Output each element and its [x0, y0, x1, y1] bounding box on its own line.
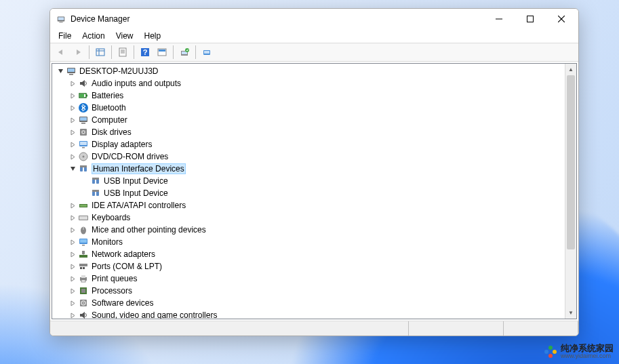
tree-item[interactable]: Computer [52, 114, 565, 126]
titlebar[interactable]: Device Manager [50, 9, 578, 29]
tree-item[interactable]: Software devices [52, 297, 565, 309]
menu-view[interactable]: View [111, 30, 139, 42]
scroll-down-button[interactable]: ▼ [565, 307, 576, 319]
svg-rect-22 [204, 51, 209, 54]
chevron-right-icon[interactable] [67, 78, 78, 89]
svg-text:?: ? [143, 48, 148, 56]
tree-item-label: DESKTOP-M2UUJ3D [79, 66, 158, 76]
svg-rect-69 [81, 289, 85, 293]
chevron-right-icon[interactable] [67, 310, 78, 319]
chevron-right-icon[interactable] [67, 261, 78, 272]
chevron-right-icon[interactable] [67, 249, 78, 260]
svg-rect-66 [81, 275, 85, 278]
chevron-right-icon[interactable] [67, 298, 78, 308]
svg-rect-4 [527, 16, 534, 22]
chevron-down-icon[interactable] [55, 66, 66, 77]
show-hidden-button[interactable] [92, 45, 108, 60]
chevron-right-icon[interactable] [67, 115, 78, 125]
minimize-button[interactable] [483, 9, 515, 29]
sound-icon [78, 310, 89, 319]
maximize-button[interactable] [515, 9, 546, 29]
chevron-right-icon[interactable] [67, 285, 78, 296]
svg-rect-2 [59, 22, 62, 22]
tree-item[interactable]: Processors [52, 285, 565, 297]
tree-item[interactable]: IDE ATA/ATAPI controllers [52, 199, 565, 211]
tree-item-label: USB Input Device [104, 176, 168, 186]
hid-icon [78, 163, 89, 174]
menu-action[interactable]: Action [77, 30, 110, 42]
tree-item-label: Audio inputs and outputs [92, 79, 181, 88]
svg-rect-64 [83, 267, 85, 269]
chevron-right-icon[interactable] [67, 273, 78, 284]
chevron-right-icon[interactable] [67, 102, 78, 113]
tree-item[interactable]: Keyboards [52, 211, 565, 224]
chevron-right-icon[interactable] [67, 200, 78, 211]
disk-icon [78, 127, 89, 138]
tree-item[interactable]: Human Interface Devices [52, 163, 565, 175]
tree-item[interactable]: Display adapters [52, 138, 565, 150]
close-button[interactable] [546, 9, 577, 29]
tree-item[interactable]: Print queues [52, 272, 565, 285]
chevron-right-icon[interactable] [67, 127, 78, 138]
svg-rect-1 [58, 17, 64, 20]
svg-rect-57 [80, 239, 87, 243]
chevron-down-icon[interactable] [67, 163, 78, 174]
svg-rect-24 [68, 68, 75, 72]
view-devices-button[interactable] [199, 45, 215, 60]
chevron-right-icon[interactable] [67, 212, 78, 223]
svg-rect-53 [79, 216, 87, 220]
tree-item[interactable]: Audio inputs and outputs [52, 77, 565, 89]
tree-item[interactable]: Ports (COM & LPT) [52, 260, 565, 272]
svg-rect-37 [80, 142, 87, 145]
audio-icon [78, 78, 89, 89]
properties-button[interactable] [115, 45, 131, 60]
tree-item[interactable]: USB Input Device [52, 175, 565, 187]
vertical-scrollbar[interactable]: ▲ ▼ [565, 64, 576, 319]
svg-rect-25 [69, 74, 73, 75]
chevron-right-icon[interactable] [67, 237, 78, 247]
scroll-up-button[interactable]: ▲ [565, 64, 576, 75]
tree-item[interactable]: Batteries [52, 89, 565, 102]
tree-item-label: Batteries [92, 91, 123, 100]
tree-item-label: USB Input Device [104, 188, 168, 198]
scroll-track[interactable] [565, 75, 576, 307]
software-icon [78, 298, 89, 308]
scan-hardware-button[interactable] [176, 45, 193, 60]
chevron-right-icon[interactable] [67, 151, 78, 162]
chevron-right-icon[interactable] [67, 224, 78, 235]
tree-item-label: Network adapters [92, 249, 155, 259]
tree-item-label: Computer [92, 115, 127, 125]
chevron-right-icon[interactable] [67, 139, 78, 150]
tree-item[interactable]: Bluetooth [52, 102, 565, 114]
menu-help[interactable]: Help [139, 30, 167, 42]
device-tree[interactable]: DESKTOP-M2UUJ3DAudio inputs and outputsB… [52, 64, 565, 319]
tree-item[interactable]: DVD/CD-ROM drives [52, 150, 565, 163]
content-area: DESKTOP-M2UUJ3DAudio inputs and outputsB… [52, 63, 577, 319]
computer-icon [66, 66, 77, 77]
tree-item[interactable]: Mice and other pointing devices [52, 224, 565, 236]
help-button[interactable]: ? [137, 45, 153, 60]
watermark: 纯净系统家园 www.yidaimei.com [543, 344, 614, 360]
svg-rect-51 [80, 205, 87, 207]
tree-item-label: Human Interface Devices [92, 163, 186, 174]
svg-rect-45 [96, 179, 99, 184]
tree-item-label: Software devices [92, 298, 153, 308]
tree-item[interactable]: Disk drives [52, 126, 565, 138]
chevron-right-icon[interactable] [67, 90, 78, 101]
scroll-thumb[interactable] [567, 75, 575, 249]
menu-file[interactable]: File [53, 30, 77, 42]
svg-rect-67 [81, 280, 85, 282]
tree-item[interactable]: Monitors [52, 236, 565, 248]
back-button[interactable] [53, 45, 69, 60]
update-driver-button[interactable] [154, 45, 170, 60]
svg-rect-62 [79, 264, 87, 266]
tree-item[interactable]: Network adapters [52, 248, 565, 260]
svg-rect-28 [80, 94, 84, 97]
tree-item[interactable]: USB Input Device [52, 187, 565, 199]
tree-item[interactable]: Sound, video and game controllers [52, 309, 565, 319]
tree-item[interactable]: DESKTOP-M2UUJ3D [52, 65, 565, 77]
forward-button[interactable] [70, 45, 86, 60]
svg-rect-46 [92, 178, 99, 180]
tree-item-label: Mice and other pointing devices [92, 225, 206, 235]
window-title: Device Manager [71, 14, 129, 24]
